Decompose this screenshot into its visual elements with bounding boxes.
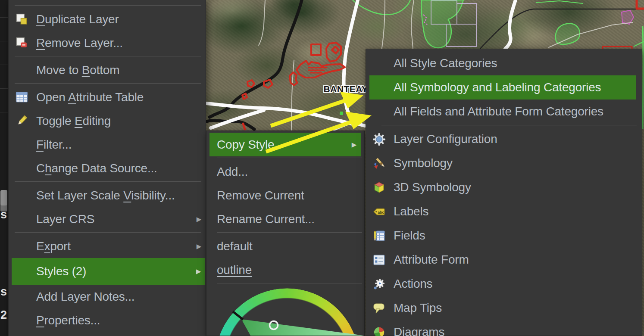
menu-item-diagrams[interactable]: Diagrams	[366, 320, 642, 336]
menu-item-all-fields-and-attribute-form-categories[interactable]: All Fields and Attribute Form Categories	[366, 100, 642, 124]
svg-text:abc: abc	[377, 210, 384, 214]
menu-item-label: Actions	[394, 277, 432, 291]
place-label: BANTEAY	[323, 84, 368, 94]
menu-item-3d-symbology[interactable]: 3D Symbology	[366, 175, 642, 199]
submenu-arrow-icon: ▶	[196, 268, 201, 275]
icon-spacer	[14, 239, 29, 254]
menu-item-symbology[interactable]: Symbology	[366, 151, 642, 175]
layer-name-fragment: s	[0, 285, 7, 298]
menu-item-label: Styles (2)	[36, 264, 86, 278]
icon-spacer	[371, 80, 387, 95]
styles-submenu: Copy Style▶Add...Remove CurrentRename Cu…	[206, 131, 365, 336]
menu-separator	[15, 56, 201, 56]
green-boundary	[643, 26, 643, 129]
menu-item-layer-configuration[interactable]: Layer Configuration	[366, 127, 642, 151]
icon-spacer	[14, 63, 29, 78]
menu-item-label: Filter...	[36, 138, 72, 152]
menu-item-label: Export	[36, 240, 71, 253]
menu-item-filter[interactable]: Filter...	[9, 133, 206, 156]
layers-panel-edge: ss2	[0, 0, 8, 336]
menu-item-label: All Fields and Attribute Form Categories	[394, 105, 603, 118]
menu-item-label: Toggle Editing	[36, 114, 111, 128]
menu-item-properties[interactable]: Properties...	[9, 308, 206, 332]
menu-item-copy-style[interactable]: Copy Style▶	[206, 133, 364, 156]
menu-item-label: Attribute Form	[394, 253, 469, 267]
menu-separator	[15, 181, 201, 182]
menu-item-rename-current[interactable]: Rename Current...	[206, 207, 364, 231]
menu-item-fields[interactable]: Fields	[366, 224, 642, 248]
menu-item-label: Diagrams	[394, 325, 444, 336]
menu-item-duplicate-layer[interactable]: Duplicate Layer	[9, 7, 206, 31]
panel-row-divider	[0, 112, 8, 112]
menu-item-label: Remove Current	[217, 189, 304, 202]
menu-item-label: 3D Symbology	[394, 180, 471, 194]
menu-item-label: Layer Configuration	[394, 132, 497, 146]
panel-row-divider	[0, 88, 8, 89]
menu-item-export[interactable]: Export▶	[9, 234, 206, 258]
menu-item-add-layer-notes[interactable]: Add Layer Notes...	[9, 285, 206, 308]
attribute-form-icon	[371, 252, 387, 267]
layer-context-menu: Duplicate LayerRemove Layer...Move to Bo…	[8, 0, 206, 336]
submenu-arrow-icon: ▶	[197, 215, 201, 223]
menu-separator	[381, 125, 637, 125]
menu-item-remove-current[interactable]: Remove Current	[206, 184, 364, 207]
menu-item-layer-crs[interactable]: Layer CRS▶	[9, 207, 206, 231]
menu-separator	[217, 158, 362, 158]
menu-item-label: outline	[217, 263, 252, 277]
menu-item-open-attribute-table[interactable]: Open Attribute Table	[9, 85, 206, 109]
menu-item-label: Fields	[394, 229, 425, 243]
style-categories-submenu: All Style CategoriesAll Symbology and La…	[366, 49, 642, 336]
toggle-editing-icon	[14, 114, 29, 128]
menu-separator	[217, 283, 362, 283]
map-tips-icon	[371, 301, 387, 315]
menu-item-actions[interactable]: Actions	[366, 272, 642, 296]
menu-item-outline[interactable]: outline	[206, 258, 364, 282]
layer-name-fragment: 2	[0, 308, 7, 321]
menu-item-label: Map Tips	[394, 301, 442, 315]
menu-item-change-data-source[interactable]: Change Data Source...	[9, 156, 206, 180]
menu-separator	[217, 232, 362, 233]
menu-separator	[15, 232, 201, 233]
menu-item-label: Duplicate Layer	[36, 12, 119, 26]
menu-item-label: Copy Style	[217, 138, 274, 152]
menu-item-label: Open Attribute Table	[36, 90, 144, 104]
icon-spacer	[14, 188, 29, 203]
menu-item-move-to-bottom[interactable]: Move to Bottom	[9, 58, 206, 82]
symbology-3d-icon	[371, 180, 387, 195]
menu-item-label: Rename Current...	[217, 212, 315, 226]
menu-item-map-tips[interactable]: Map Tips	[366, 296, 642, 320]
menu-item-all-symbology-and-labeling-categories[interactable]: All Symbology and Labeling Categories	[366, 75, 642, 100]
menu-item-label: Move to Bottom	[36, 63, 119, 77]
qgis-window: ss2	[0, 0, 644, 336]
menu-item-labels[interactable]: abcLabels	[366, 199, 642, 224]
menu-item-remove-layer[interactable]: Remove Layer...	[9, 31, 206, 55]
menu-item-default[interactable]: default	[206, 234, 364, 258]
submenu-arrow-icon: ▶	[197, 243, 201, 250]
layer-name-fragment: s	[0, 208, 7, 221]
green-parcel	[556, 24, 580, 44]
menu-item-label: Properties...	[36, 314, 100, 327]
menu-separator	[15, 5, 201, 6]
menu-item-add[interactable]: Add...	[206, 160, 364, 184]
menu-item-toggle-editing[interactable]: Toggle Editing	[9, 109, 206, 133]
panel-row-divider	[0, 41, 8, 41]
menu-item-label: Add...	[217, 165, 248, 179]
duplicate-layer-icon	[14, 12, 29, 27]
menu-item-label: Set Layer Scale Visibility...	[36, 189, 175, 202]
color-wheel[interactable]	[215, 288, 359, 336]
icon-spacer	[371, 104, 387, 119]
menu-item-set-layer-scale-visibility[interactable]: Set Layer Scale Visibility...	[9, 184, 206, 207]
menu-item-attribute-form[interactable]: Attribute Form	[366, 248, 642, 272]
panel-row-divider	[0, 65, 8, 65]
menu-item-label: All Style Categories	[394, 56, 497, 70]
fields-icon	[371, 228, 387, 243]
icon-spacer	[14, 313, 29, 328]
icon-spacer	[14, 289, 29, 304]
menu-item-label: All Symbology and Labeling Categories	[394, 81, 601, 94]
menu-item-all-style-categories[interactable]: All Style Categories	[366, 51, 642, 75]
actions-icon	[371, 277, 387, 291]
menu-separator	[15, 83, 201, 84]
menu-item-label: Labels	[394, 205, 428, 218]
icon-spacer	[14, 264, 29, 279]
menu-item-styles-2[interactable]: Styles (2)▶	[9, 258, 206, 285]
